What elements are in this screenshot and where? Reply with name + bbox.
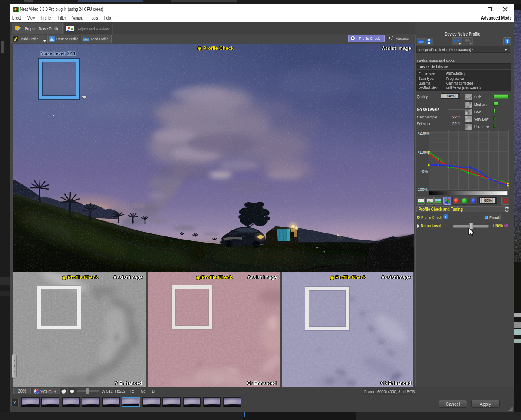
svg-text:-100%: -100% bbox=[416, 187, 428, 192]
svg-text:+200%: +200% bbox=[417, 131, 429, 135]
svg-text:+100%: +100% bbox=[417, 150, 429, 154]
svg-text:+0%: +0% bbox=[420, 169, 428, 174]
